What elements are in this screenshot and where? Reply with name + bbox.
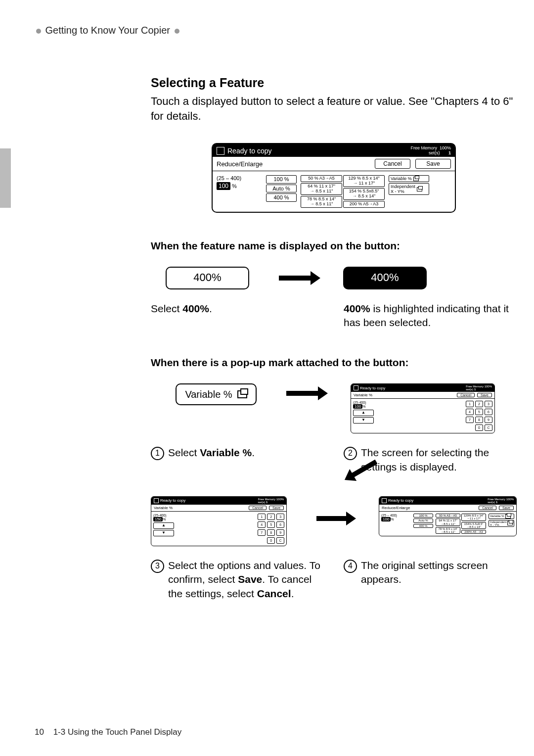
value-area: (25 – 400) 100 % <box>217 175 262 207</box>
ratio-200[interactable]: 200 % A5→A3 <box>343 201 385 208</box>
preset-400[interactable]: 400 % <box>266 193 297 202</box>
bullet-icon <box>175 29 179 34</box>
page-number: 10 <box>35 727 44 737</box>
step-1: 1Select Variable %. <box>151 446 324 474</box>
status-text: Ready to copy <box>227 147 272 155</box>
popup-icon <box>413 177 419 181</box>
ratio-154[interactable]: 154 % 5.5x8.5" → 8.5 x 14" <box>343 188 385 200</box>
arrow-icon <box>279 276 313 281</box>
independent-xy-button[interactable]: Independent X - Y% <box>389 183 429 195</box>
arrow-icon <box>286 391 321 396</box>
step-3: 3 Select the options and values. To conf… <box>151 559 324 601</box>
mini-screen-return: Ready to copyFree Memory 100%set(s) 1 Re… <box>379 496 517 536</box>
step-2: 2The screen for selecting the settings i… <box>344 446 517 474</box>
section-title: Selecting a Feature <box>151 76 517 90</box>
arrow-icon <box>316 516 349 521</box>
running-head-text: Getting to Know Your Copier <box>45 25 170 36</box>
preset-100[interactable]: 100 % <box>266 175 297 184</box>
ratio-50[interactable]: 50 % A3→A5 <box>301 175 342 182</box>
variable-pct-button[interactable]: Variable % <box>389 175 429 182</box>
preset-auto[interactable]: Auto % <box>266 185 297 193</box>
intro-text: Touch a displayed button to select a fea… <box>151 94 517 123</box>
value-display: 100 <box>217 182 230 190</box>
step-4: 4The original settings screen appears. <box>344 559 517 601</box>
case1-text-right: 400% is highlighted indicating that it h… <box>344 302 517 330</box>
mini-screen-150: Ready to copyFree Memory 100%set(s) 1 Va… <box>151 496 287 546</box>
mini-screen-variable: Ready to copyFree Memory 100%set(s) 1 Va… <box>351 383 495 433</box>
popup-icon <box>417 187 422 191</box>
keypad[interactable]: 123 456 789 0C <box>466 401 492 431</box>
case1-text-left: Select 400%. <box>151 302 324 330</box>
case1-heading: When the feature name is displayed on th… <box>151 240 517 252</box>
ratio-129[interactable]: 129 % 8.5 x 14" → 11 x 17" <box>343 175 385 187</box>
case2-heading: When there is a pop-up mark attached to … <box>151 357 517 369</box>
copier-screen: Ready to copy Free Memory 100% set(s) 1 … <box>212 143 456 212</box>
cancel-button[interactable]: Cancel <box>375 159 410 169</box>
tab-reduce-enlarge[interactable]: Reduce/Enlarge <box>217 160 370 168</box>
example-400-button[interactable]: 400% <box>166 267 249 289</box>
memory-status: Free Memory 100% set(s) 1 <box>410 146 451 156</box>
save-button[interactable]: Save <box>415 159 451 169</box>
page-footer: 10 1-3 Using the Touch Panel Display <box>35 727 181 737</box>
running-head: Getting to Know Your Copier <box>35 25 499 36</box>
example-variable-button[interactable]: Variable % <box>176 383 257 405</box>
example-400-button-selected: 400% <box>343 267 427 289</box>
ratio-78[interactable]: 78 % 8.5 x 14" → 8.5 x 11" <box>301 196 342 208</box>
bullet-icon <box>36 29 41 34</box>
footer-text: 1-3 Using the Touch Panel Display <box>53 727 182 737</box>
chapter-tab <box>0 148 11 208</box>
popup-icon <box>237 390 247 398</box>
ratio-64[interactable]: 64 % 11 x 17" → 8.5 x 11" <box>301 183 342 195</box>
status-icon <box>217 147 224 155</box>
